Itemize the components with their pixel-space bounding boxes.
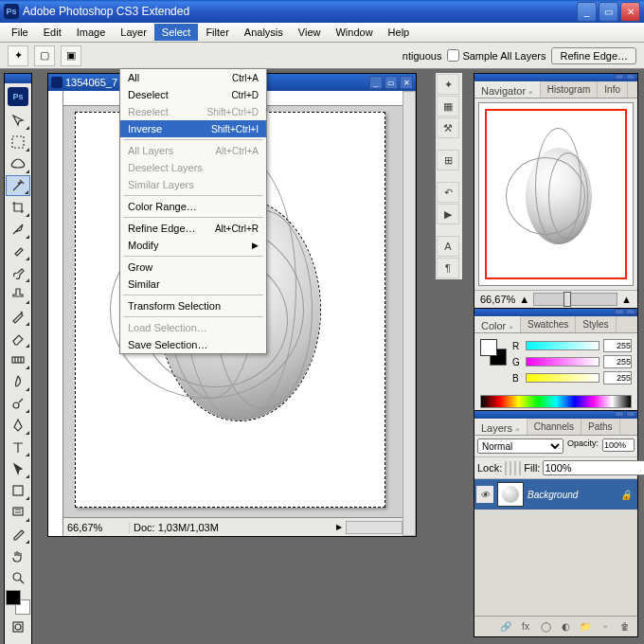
menu-item-grow[interactable]: Grow xyxy=(120,259,266,276)
panel-close-icon[interactable] xyxy=(626,411,635,417)
zoom-in-icon[interactable]: ▲ xyxy=(621,294,632,305)
menu-file[interactable]: File xyxy=(4,24,36,41)
panel-icon-actions[interactable]: ▶ xyxy=(437,204,459,224)
doc-close-button[interactable]: ✕ xyxy=(400,76,413,89)
panel-close-icon[interactable] xyxy=(626,74,635,80)
tab-paths[interactable]: Paths xyxy=(581,419,620,435)
sample-all-checkbox[interactable]: Sample All Layers xyxy=(447,49,546,62)
lock-pixels-icon[interactable] xyxy=(510,461,511,475)
menu-filter[interactable]: Filter xyxy=(198,24,236,41)
adjustment-layer-icon[interactable]: ◐ xyxy=(557,619,574,635)
fill-input[interactable] xyxy=(543,460,644,475)
menu-item-similar[interactable]: Similar xyxy=(120,276,266,293)
panel-minimize-icon[interactable] xyxy=(615,74,624,80)
tab-histogram[interactable]: Histogram xyxy=(541,81,599,98)
menu-item-inverse[interactable]: InverseShift+Ctrl+I xyxy=(120,120,266,137)
lock-all-icon[interactable] xyxy=(519,461,521,475)
layer-row-background[interactable]: 👁 Background 🔒 xyxy=(474,479,637,510)
quickmask-tool[interactable] xyxy=(6,617,30,637)
minimize-button[interactable]: _ xyxy=(577,2,597,22)
move-tool[interactable] xyxy=(6,110,30,131)
screenmode-tool[interactable] xyxy=(6,638,30,644)
history-brush-tool[interactable] xyxy=(6,306,30,327)
layer-thumbnail[interactable] xyxy=(497,482,524,507)
panel-icon-layercomp[interactable]: ⊞ xyxy=(437,150,459,170)
menu-item-deselect[interactable]: DeselectCtrl+D xyxy=(120,86,266,103)
lock-position-icon[interactable] xyxy=(514,461,516,475)
path-select-tool[interactable] xyxy=(6,458,30,479)
h-scrollbar[interactable] xyxy=(346,521,402,534)
close-button[interactable]: ✕ xyxy=(620,2,640,22)
opacity-input[interactable] xyxy=(602,438,635,452)
menu-item-refine-edge-[interactable]: Refine Edge…Alt+Ctrl+R xyxy=(120,220,266,237)
tab-styles[interactable]: Styles xyxy=(576,316,616,332)
shape-tool[interactable] xyxy=(6,480,30,501)
r-input[interactable] xyxy=(603,339,632,352)
panel-icon-tool-presets[interactable]: ⚒ xyxy=(437,117,459,138)
menu-image[interactable]: Image xyxy=(69,24,114,41)
lock-transparency-icon[interactable] xyxy=(505,461,507,475)
pen-tool[interactable] xyxy=(6,415,30,436)
tab-layers[interactable]: Layers× xyxy=(474,419,528,435)
panel-icon-character[interactable]: A xyxy=(437,236,459,257)
doc-maximize-button[interactable]: ▭ xyxy=(385,76,398,89)
menu-view[interactable]: View xyxy=(291,24,329,41)
selection-add-icon[interactable]: ▣ xyxy=(61,45,81,66)
panel-minimize-icon[interactable] xyxy=(615,411,624,417)
doc-minimize-button[interactable]: _ xyxy=(369,76,383,89)
menu-item-transform-selection[interactable]: Transform Selection xyxy=(120,297,266,314)
blend-mode-select[interactable]: Normal xyxy=(477,438,564,454)
color-swatches[interactable] xyxy=(6,590,30,615)
menu-select[interactable]: Select xyxy=(154,24,199,41)
eraser-tool[interactable] xyxy=(6,328,30,349)
panel-icon-brushes[interactable]: ✦ xyxy=(437,74,459,95)
panel-icon-history[interactable]: ↶ xyxy=(437,182,459,203)
maximize-button[interactable]: ▭ xyxy=(599,2,618,22)
navigator-thumbnail[interactable] xyxy=(478,102,634,286)
hand-tool[interactable] xyxy=(6,546,30,566)
g-slider[interactable] xyxy=(526,357,599,367)
layer-group-icon[interactable]: 📁 xyxy=(577,619,594,635)
dodge-tool[interactable] xyxy=(6,393,30,414)
magic-wand-tool[interactable] xyxy=(6,175,30,196)
menu-analysis[interactable]: Analysis xyxy=(237,24,291,41)
panel-icon-paragraph[interactable]: ¶ xyxy=(437,258,459,278)
zoom-level[interactable]: 66,67% xyxy=(63,522,130,533)
color-fg-bg-swatches[interactable] xyxy=(480,339,507,366)
v-scrollbar[interactable] xyxy=(402,91,416,536)
zoom-slider[interactable] xyxy=(533,293,617,306)
menu-item-color-range-[interactable]: Color Range… xyxy=(120,198,266,215)
navigator-zoom[interactable]: 66,67% xyxy=(480,294,515,305)
panel-close-icon[interactable] xyxy=(626,309,635,314)
zoom-out-icon[interactable]: ▲ xyxy=(519,294,529,305)
gradient-tool[interactable] xyxy=(6,349,30,370)
zoom-tool[interactable] xyxy=(6,567,30,588)
layer-name[interactable]: Background xyxy=(528,490,620,500)
b-slider[interactable] xyxy=(526,373,599,383)
selection-new-icon[interactable]: ▢ xyxy=(34,45,55,66)
layer-mask-icon[interactable]: ◯ xyxy=(537,619,554,635)
tab-channels[interactable]: Channels xyxy=(528,419,581,435)
refine-edge-button[interactable]: Refine Edge… xyxy=(551,47,636,64)
color-spectrum[interactable] xyxy=(480,395,632,408)
notes-tool[interactable] xyxy=(6,502,30,523)
marquee-tool[interactable] xyxy=(6,132,30,152)
link-layers-icon[interactable]: 🔗 xyxy=(497,619,514,635)
stamp-tool[interactable] xyxy=(6,284,30,305)
tab-color[interactable]: Color× xyxy=(474,316,521,332)
tab-swatches[interactable]: Swatches xyxy=(521,316,576,332)
eyedropper-tool[interactable] xyxy=(6,524,30,545)
menu-layer[interactable]: Layer xyxy=(113,24,154,41)
crop-tool[interactable] xyxy=(6,197,30,218)
menu-item-save-selection-[interactable]: Save Selection… xyxy=(120,336,266,353)
brush-tool[interactable] xyxy=(6,262,30,283)
b-input[interactable] xyxy=(603,371,632,385)
tool-preset-icon[interactable]: ✦ xyxy=(8,45,28,66)
menu-window[interactable]: Window xyxy=(328,24,380,41)
slice-tool[interactable] xyxy=(6,219,30,240)
menu-help[interactable]: Help xyxy=(381,24,418,41)
r-slider[interactable] xyxy=(526,341,599,350)
tab-navigator[interactable]: Navigator× xyxy=(474,81,541,98)
doc-info[interactable]: Doc: 1,03M/1,03M xyxy=(130,522,332,533)
menu-item-modify[interactable]: Modify▶ xyxy=(120,237,266,254)
